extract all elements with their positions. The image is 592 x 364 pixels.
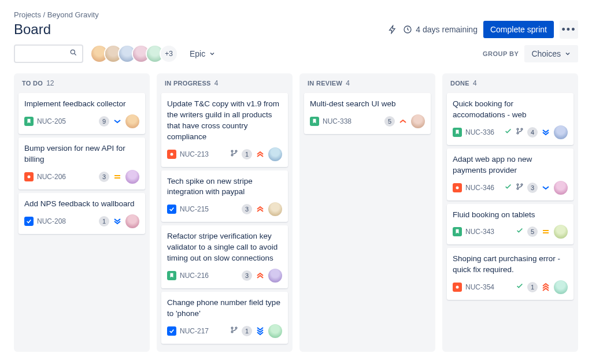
issue-key: NUC-338 [323, 117, 352, 125]
issue-card[interactable]: Shoping cart purchasing error - quick fi… [447, 248, 574, 300]
card-title: Bump version for new API for billing [24, 143, 139, 165]
issue-card[interactable]: Implement feedback collectorNUC-2059 [18, 93, 145, 134]
card-title: Tech spike on new stripe integration wit… [167, 176, 282, 198]
done-check-icon [504, 183, 512, 193]
issue-card[interactable]: Change phone number field type to 'phone… [161, 292, 288, 344]
svg-point-9 [235, 327, 237, 329]
epic-filter-button[interactable]: Epic [185, 46, 220, 62]
choices-label: Choices [531, 49, 561, 58]
column-count: 4 [473, 79, 477, 87]
issue-key: NUC-354 [465, 283, 494, 291]
epic-label: Epic [190, 49, 205, 58]
complete-sprint-button[interactable]: Complete sprint [483, 21, 554, 38]
done-check-icon [504, 127, 512, 138]
avatar-stack[interactable]: +3 [90, 44, 178, 63]
priority-icon [256, 150, 265, 159]
svg-point-13 [456, 186, 459, 189]
card-title: Change phone number field type to 'phone… [167, 298, 282, 320]
board-column[interactable]: IN REVIEW4Multi-dest search UI webNUC-33… [299, 73, 435, 352]
story-points-badge: 9 [99, 116, 109, 127]
issue-type-icon [167, 205, 176, 214]
svg-point-10 [517, 128, 519, 130]
issue-type-icon [24, 117, 34, 126]
issue-card[interactable]: Tech spike on new stripe integration wit… [161, 170, 288, 222]
svg-point-3 [171, 153, 173, 155]
issue-type-icon [453, 283, 462, 292]
issue-key: NUC-336 [465, 128, 494, 136]
card-title: Multi-dest search UI web [310, 99, 425, 110]
issue-type-icon [167, 271, 176, 280]
group-by-label: GROUP BY [483, 50, 519, 57]
priority-icon [113, 217, 122, 226]
column-title: IN PROGRESS [165, 80, 211, 87]
svg-point-5 [231, 154, 233, 156]
board-column[interactable]: TO DO12Implement feedback collectorNUC-2… [14, 73, 150, 352]
assignee-avatar[interactable] [554, 280, 568, 294]
card-title: Implement feedback collector [24, 99, 139, 110]
assignee-avatar[interactable] [554, 125, 568, 139]
svg-point-8 [231, 331, 233, 333]
svg-point-11 [517, 132, 519, 134]
assignee-avatar[interactable] [268, 147, 282, 161]
kanban-board: TO DO12Implement feedback collectorNUC-2… [14, 73, 578, 352]
assignee-avatar[interactable] [125, 214, 139, 228]
issue-card[interactable]: Refactor stripe verification key validat… [161, 225, 288, 288]
assignee-avatar[interactable] [554, 225, 568, 239]
breadcrumb[interactable]: Projects / Beyond Gravity [14, 10, 578, 19]
issue-key: NUC-343 [465, 228, 494, 236]
svg-point-7 [231, 327, 233, 329]
story-points-badge: 5 [384, 116, 395, 127]
assignee-avatar[interactable] [268, 269, 282, 283]
search-input-wrapper[interactable] [14, 44, 83, 63]
avatar-overflow[interactable]: +3 [160, 44, 178, 63]
branch-icon [516, 183, 524, 193]
priority-icon [541, 227, 550, 236]
card-title: Adapt web app no new payments provider [453, 154, 568, 176]
svg-point-6 [235, 150, 237, 152]
priority-icon [398, 117, 408, 126]
issue-card[interactable]: Adapt web app no new payments providerNU… [447, 148, 574, 200]
branch-icon [230, 326, 238, 336]
assignee-avatar[interactable] [411, 114, 425, 128]
issue-type-icon [453, 183, 462, 192]
chevron-down-icon [209, 50, 216, 57]
assignee-avatar[interactable] [125, 114, 139, 128]
column-count: 12 [46, 79, 54, 87]
issue-card[interactable]: Bump version for new API for billingNUC-… [18, 138, 145, 190]
issue-type-icon [453, 128, 462, 137]
card-title: Shoping cart purchasing error - quick fi… [453, 254, 568, 276]
issue-card[interactable]: Add NPS feedback to wallboardNUC-2081 [18, 193, 145, 234]
story-points-badge: 1 [99, 216, 109, 226]
issue-key: NUC-216 [180, 272, 209, 280]
board-column[interactable]: DONE4Quick booking for accomodations - w… [442, 73, 578, 352]
priority-icon [113, 117, 122, 126]
group-by-select[interactable]: Choices [524, 45, 578, 62]
priority-icon [113, 172, 122, 181]
issue-card[interactable]: Fluid booking on tabletsNUC-3435 [447, 204, 574, 245]
clock-icon [403, 25, 412, 34]
issue-card[interactable]: Quick booking for accomodations - webNUC… [447, 93, 574, 145]
board-column[interactable]: IN PROGRESS4Update T&C copy with v1.9 fr… [157, 73, 293, 352]
issue-card[interactable]: Update T&C copy with v1.9 from the write… [161, 93, 288, 167]
issue-card[interactable]: Multi-dest search UI webNUC-3385 [304, 93, 431, 134]
issue-type-icon [310, 117, 319, 126]
card-title: Refactor stripe verification key validat… [167, 231, 282, 264]
column-count: 4 [346, 79, 350, 87]
column-title: DONE [450, 80, 469, 87]
card-title: Add NPS feedback to wallboard [24, 199, 139, 210]
assignee-avatar[interactable] [268, 324, 282, 338]
card-title: Update T&C copy with v1.9 from the write… [167, 99, 282, 143]
svg-point-2 [28, 175, 31, 178]
assignee-avatar[interactable] [125, 170, 139, 184]
assignee-avatar[interactable] [554, 181, 568, 195]
issue-type-icon [24, 217, 34, 226]
priority-icon [541, 283, 550, 292]
assignee-avatar[interactable] [268, 202, 282, 216]
search-input[interactable] [20, 50, 69, 58]
priority-icon [541, 183, 550, 192]
issue-type-icon [167, 326, 176, 336]
done-check-icon [516, 226, 524, 237]
bolt-icon[interactable] [388, 25, 397, 34]
card-title: Fluid booking on tablets [453, 210, 568, 221]
more-actions-button[interactable]: ••• [560, 20, 578, 39]
